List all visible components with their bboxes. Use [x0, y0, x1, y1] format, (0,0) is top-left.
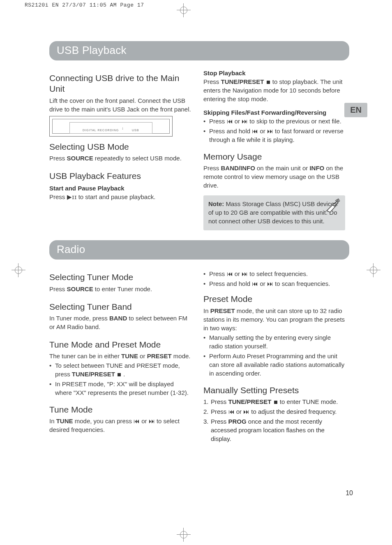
select-usb-text: Press SOURCE repeatedly to select USB mo…	[49, 154, 191, 162]
manual-presets-heading: Manually Setting Presets	[203, 385, 345, 396]
panel-label-recording: DIGITAL RECORDING	[83, 129, 119, 132]
radio-right-column: Press ⏮ or ⏭ to select frequencies. Pres…	[203, 267, 345, 445]
panel-label-usb: USB	[132, 129, 139, 132]
preset-bullet-2: Perform Auto Preset Programming and the …	[203, 352, 345, 378]
section-title-usb: USB Playback	[49, 41, 349, 60]
stop-playback-text: Press TUNE/PRESET to stop playback. The …	[203, 77, 345, 103]
page-number: 10	[346, 489, 353, 497]
memory-usage-text: Press BAND/INFO on the main unit or INFO…	[203, 164, 345, 190]
arrow-down-icon: ↓	[122, 126, 124, 130]
connect-usb-heading: Connecting USB drive to the Main Unit	[49, 73, 191, 95]
writing-hand-icon	[324, 198, 341, 217]
preset-mode-heading: Preset Mode	[203, 294, 345, 304]
tuner-mode-text: Press SOURCE to enter Tuner mode.	[49, 285, 191, 293]
usb-features-heading: USB Playback Features	[49, 171, 191, 181]
crop-mark-icon	[12, 263, 25, 277]
tuner-mode-heading: Selecting Tuner Mode	[49, 272, 191, 283]
tune-preset-bullet-2: In PRESET mode, "P: XX" will be displaye…	[49, 380, 191, 397]
crop-mark-icon	[177, 3, 191, 17]
select-usb-heading: Selecting USB Mode	[49, 141, 191, 152]
usb-left-column: Connecting USB drive to the Main Unit Li…	[49, 68, 191, 230]
crop-mark-icon	[367, 263, 380, 277]
preset-bullet-1: Manually setting the by entering every s…	[203, 333, 345, 350]
tune-mode-heading: Tune Mode	[49, 404, 191, 415]
skip-bullet-1: Press ⏮ or ⏭ to skip to the previous or …	[203, 117, 345, 125]
note-box: Note: Mass Storage Class (MSC) USB devic…	[203, 195, 345, 230]
start-pause-text: Press ▶ɪɪ to start and pause playback.	[49, 192, 191, 201]
start-pause-heading: Start and Pause Playback	[49, 185, 191, 192]
preset-mode-text: In PRESET mode, the unit can store up to…	[203, 306, 345, 332]
tune-preset-heading: Tune Mode and Preset Mode	[49, 339, 191, 350]
stop-playback-heading: Stop Playback	[203, 70, 345, 77]
usb-right-column: Stop Playback Press TUNE/PRESET to stop …	[203, 68, 345, 230]
stop-icon	[267, 81, 270, 84]
manual-step-3: Press PROG once and the most recently ac…	[203, 417, 345, 443]
skip-heading: Skipping Files/Fast Forwarding/Reversing	[203, 109, 345, 116]
front-panel-diagram: ↓ DIGITAL RECORDING USB	[49, 116, 173, 137]
manual-step-1: Press TUNE/PRESET to enter TUNE mode.	[203, 397, 345, 406]
tuner-band-heading: Selecting Tuner Band	[49, 301, 191, 312]
manual-step-2: Press ⏮ or ⏭ to adjust the desired frequ…	[203, 407, 345, 416]
freq-bullet-1: Press ⏮ or ⏭ to select frequencies.	[203, 269, 345, 278]
print-header: RS2120i EN 27/3/07 11:05 AM Page 17	[25, 2, 144, 8]
page-content: USB Playback Connecting USB drive to the…	[49, 41, 349, 445]
connect-usb-text: Lift the cover on the front panel. Conne…	[49, 96, 191, 114]
tuner-band-text: In Tuner mode, press BAND to select betw…	[49, 314, 191, 331]
stop-icon	[274, 401, 277, 404]
skip-bullet-2: Press and hold ⏮ or ⏭ to fast forward or…	[203, 127, 345, 144]
note-text: Note: Mass Storage Class (MSC) USB devic…	[208, 199, 340, 225]
crop-mark-icon	[177, 528, 191, 542]
tune-preset-bullet-1: To select between TUNE and PRESET mode, …	[49, 361, 191, 378]
stop-icon	[118, 373, 121, 376]
memory-usage-heading: Memory Usage	[203, 151, 345, 162]
radio-left-column: Selecting Tuner Mode Press SOURCE to ent…	[49, 267, 191, 445]
freq-bullet-2: Press and hold ⏮ or ⏭ to scan frequencie…	[203, 279, 345, 288]
section-title-radio: Radio	[49, 240, 349, 260]
tune-preset-text: The tuner can be in either TUNE or PRESE…	[49, 352, 191, 360]
tune-mode-text: In TUNE mode, you can press ⏮ or ⏭ to se…	[49, 417, 191, 434]
